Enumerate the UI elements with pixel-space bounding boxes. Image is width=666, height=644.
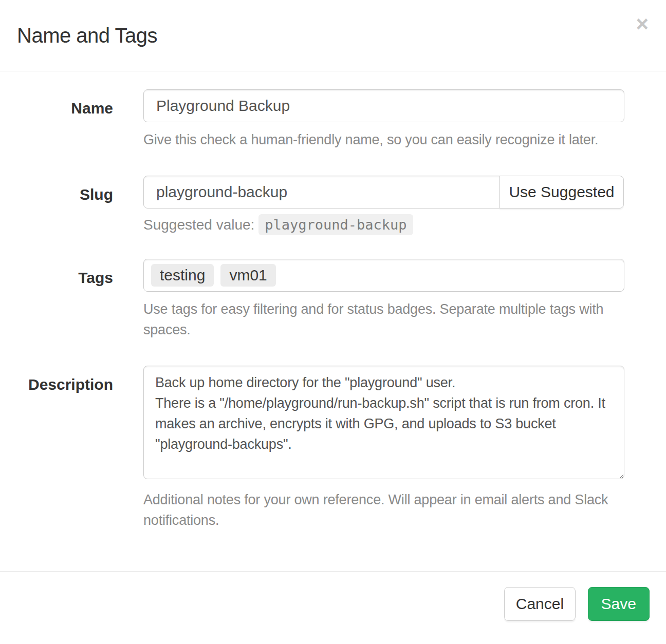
- tags-form-group: Tags testing vm01 Use tags for easy filt…: [0, 259, 666, 340]
- slug-form-group: Slug Use Suggested Suggested value: play…: [0, 176, 666, 233]
- tags-help-text: Use tags for easy filtering and for stat…: [143, 299, 637, 340]
- name-form-group: Name Give this check a human-friendly na…: [0, 89, 666, 150]
- save-button[interactable]: Save: [588, 587, 650, 621]
- name-label: Name: [0, 89, 121, 150]
- tag-chip[interactable]: vm01: [220, 264, 275, 287]
- suggested-value-code: playground-backup: [258, 214, 413, 235]
- dialog-title: Name and Tags: [17, 24, 157, 47]
- suggested-value-line: Suggested value: playground-backup: [143, 217, 624, 233]
- slug-label: Slug: [0, 176, 121, 233]
- slug-input[interactable]: [143, 176, 500, 209]
- name-and-tags-dialog: Name and Tags × Name Give this check a h…: [0, 0, 666, 637]
- name-help-text: Give this check a human-friendly name, s…: [143, 129, 662, 150]
- dialog-footer: Cancel Save: [0, 571, 666, 637]
- dialog-body: Name Give this check a human-friendly na…: [0, 71, 666, 531]
- description-form-group: Description Back up home directory for t…: [0, 366, 666, 531]
- suggested-value-label: Suggested value:: [143, 217, 254, 233]
- dialog-header: Name and Tags ×: [0, 0, 666, 71]
- tag-chip[interactable]: testing: [151, 264, 214, 287]
- description-help-text: Additional notes for your own reference.…: [143, 489, 637, 531]
- description-label: Description: [0, 366, 121, 531]
- slug-input-group: Use Suggested: [143, 176, 624, 209]
- tags-input[interactable]: testing vm01: [143, 259, 624, 292]
- description-textarea[interactable]: Back up home directory for the "playgrou…: [143, 366, 624, 479]
- tags-label: Tags: [0, 259, 121, 340]
- use-suggested-button[interactable]: Use Suggested: [499, 176, 624, 209]
- close-icon[interactable]: ×: [636, 13, 649, 35]
- name-input[interactable]: [143, 89, 624, 122]
- cancel-button[interactable]: Cancel: [504, 587, 576, 621]
